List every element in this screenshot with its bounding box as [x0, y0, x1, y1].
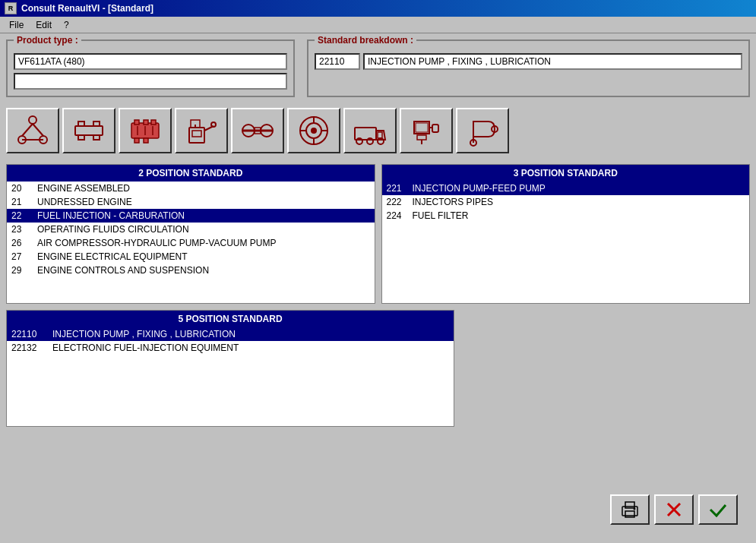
svg-rect-7 — [78, 122, 84, 126]
list2-item[interactable]: 22FUEL INJECTION - CARBURATION — [7, 209, 375, 223]
list5-header: 5 POSITION STANDARD — [7, 311, 454, 327]
cancel-button[interactable] — [654, 494, 694, 525]
bottom-buttons — [610, 491, 738, 525]
content-area: Product type : Standard breakdown : — [6, 39, 750, 537]
toolbar-btn-crane[interactable] — [456, 108, 509, 153]
list-item-label: UNDRESSED ENGINE — [37, 197, 370, 207]
list-item-code: 21 — [11, 197, 33, 207]
list-item-code: 29 — [11, 265, 33, 276]
list-item-label: OPERATING FLUIDS CIRCULATION — [37, 224, 370, 235]
breakdown-code-input[interactable] — [315, 53, 360, 70]
list-item-code: 224 — [387, 210, 408, 221]
svg-rect-10 — [93, 135, 100, 140]
crane-icon — [466, 114, 499, 147]
toolbar-btn-engine-block[interactable] — [119, 108, 172, 153]
list-item-label: AIR COMPRESSOR-HYDRAULIC PUMP-VACUUM PUM… — [37, 238, 370, 248]
toolbar-btn-axle[interactable] — [231, 108, 284, 153]
standard-breakdown-label: Standard breakdown : — [315, 35, 416, 46]
list2-item[interactable]: 29ENGINE CONTROLS AND SUSPENSION — [7, 264, 375, 277]
list-item-code: 23 — [11, 224, 33, 235]
list3-header: 3 POSITION STANDARD — [382, 165, 750, 182]
engine-parts-icon — [72, 114, 106, 147]
svg-rect-16 — [151, 120, 156, 125]
title-bar: R Consult RenaultVI - [Standard] — [0, 0, 756, 17]
svg-point-23 — [211, 122, 216, 127]
list5-body: 22110INJECTION PUMP , FIXING , LUBRICATI… — [7, 327, 454, 426]
list-item-label: INJECTION PUMP , FIXING , LUBRICATION — [52, 329, 449, 339]
list5-item[interactable]: 22110INJECTION PUMP , FIXING , LUBRICATI… — [7, 327, 454, 341]
svg-rect-43 — [416, 123, 428, 132]
product-type-label: Product type : — [14, 35, 81, 46]
menu-help[interactable]: ? — [58, 18, 75, 32]
ok-icon — [707, 499, 729, 520]
axle-icon — [241, 114, 274, 147]
list3-item[interactable]: 221INJECTION PUMP-FEED PUMP — [382, 182, 750, 195]
standard-breakdown-group: Standard breakdown : — [307, 39, 750, 97]
toolbar-btn-disc[interactable] — [287, 108, 340, 153]
list3-item[interactable]: 224FUEL FILTER — [382, 209, 750, 223]
list-item-label: ELECTRONIC FUEL-INJECTION EQUIMENT — [52, 343, 449, 353]
list-item-code: 26 — [11, 238, 33, 248]
engine-block-icon — [128, 114, 162, 147]
svg-point-53 — [634, 508, 636, 510]
list-item-label: INJECTION PUMP-FEED PUMP — [413, 183, 745, 194]
lists-row: 2 POSITION STANDARD 20ENGINE ASSEMBLED21… — [6, 164, 750, 304]
list-item-code: 22 — [11, 210, 33, 221]
list2-header: 2 POSITION STANDARD — [7, 165, 375, 182]
network-icon — [16, 114, 49, 147]
svg-rect-14 — [134, 138, 139, 143]
toolbar-btn-engine-parts[interactable] — [62, 108, 115, 153]
list2-item[interactable]: 20ENGINE ASSEMBLED — [7, 182, 375, 195]
svg-point-0 — [29, 116, 36, 124]
list2-item[interactable]: 27ENGINE ELECTRICAL EQUIPMENT — [7, 250, 375, 264]
menu-file[interactable]: File — [3, 18, 30, 32]
list3-item[interactable]: 222INJECTORS PIPES — [382, 195, 750, 209]
svg-rect-13 — [144, 120, 148, 125]
list5-item[interactable]: 22132ELECTRONIC FUEL-INJECTION EQUIMENT — [7, 341, 454, 355]
product-type-group: Product type : — [6, 39, 295, 97]
svg-rect-44 — [432, 125, 438, 132]
svg-rect-9 — [78, 135, 84, 140]
list3-body: 221INJECTION PUMP-FEED PUMP222INJECTORS … — [382, 182, 750, 303]
menu-edit[interactable]: Edit — [30, 18, 58, 32]
list2-item[interactable]: 23OPERATING FLUIDS CIRCULATION — [7, 223, 375, 236]
list-item-code: 27 — [11, 251, 33, 262]
svg-line-4 — [33, 124, 43, 136]
truck-icon — [353, 114, 387, 147]
list-item-label: ENGINE CONTROLS AND SUSPENSION — [37, 265, 370, 276]
toolbar — [6, 105, 750, 156]
svg-rect-20 — [189, 128, 204, 143]
print-button[interactable] — [610, 494, 650, 525]
app-icon: R — [5, 2, 17, 14]
list2-item[interactable]: 26AIR COMPRESSOR-HYDRAULIC PUMP-VACUUM P… — [7, 236, 375, 250]
toolbar-btn-truck[interactable] — [343, 108, 397, 153]
svg-rect-46 — [417, 135, 426, 140]
toolbar-btn-network[interactable] — [6, 108, 59, 153]
toolbar-btn-fuel-pump[interactable] — [175, 108, 228, 153]
fuel-pump-icon — [185, 114, 218, 147]
svg-rect-12 — [134, 120, 139, 125]
svg-rect-21 — [192, 131, 201, 137]
top-section: Product type : Standard breakdown : — [6, 39, 750, 97]
breakdown-desc-input[interactable] — [363, 53, 742, 70]
list2-body: 20ENGINE ASSEMBLED21UNDRESSED ENGINE22FU… — [7, 182, 375, 303]
list-item-label: INJECTORS PIPES — [413, 197, 745, 207]
system-icon — [410, 114, 443, 147]
list-item-code: 221 — [387, 183, 408, 194]
print-icon — [619, 499, 641, 520]
svg-rect-8 — [93, 122, 100, 126]
product-type-secondary-input[interactable] — [14, 73, 287, 90]
product-type-input[interactable] — [14, 53, 287, 70]
list-item-code: 22132 — [11, 343, 48, 353]
list2-item[interactable]: 21UNDRESSED ENGINE — [7, 195, 375, 209]
list-item-label: FUEL INJECTION - CARBURATION — [37, 210, 370, 221]
svg-rect-15 — [144, 138, 148, 143]
svg-rect-41 — [378, 132, 382, 138]
list-item-label: FUEL FILTER — [413, 210, 745, 221]
svg-point-32 — [311, 128, 317, 134]
toolbar-btn-system[interactable] — [400, 108, 453, 153]
list2-panel: 2 POSITION STANDARD 20ENGINE ASSEMBLED21… — [6, 164, 375, 304]
menu-bar: File Edit ? — [0, 17, 756, 33]
ok-button[interactable] — [698, 494, 738, 525]
svg-line-3 — [22, 124, 33, 136]
